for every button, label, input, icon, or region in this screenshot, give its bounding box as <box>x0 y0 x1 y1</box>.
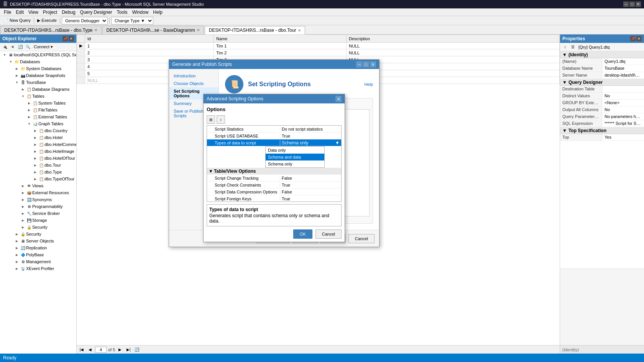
tab-3-close[interactable]: ✕ <box>298 28 301 33</box>
tab-2[interactable]: DESKTOP-ITDASH9\...se - BaseDiagramm ✕ <box>102 26 204 34</box>
tree-item-snapshots[interactable]: ▶ 📷 Database Snapshots <box>0 72 76 79</box>
menu-view[interactable]: View <box>26 9 41 16</box>
nav-introduction[interactable]: Introduction <box>169 72 219 80</box>
nav-choose-objects[interactable]: Choose Objects <box>169 80 219 87</box>
oe-connect-label[interactable]: Connect ▾ <box>32 44 54 49</box>
tree-expand-storage[interactable]: ▶ <box>20 217 26 223</box>
tree-item-graph-tables[interactable]: ▼ 📊 Graph Tables <box>0 120 76 127</box>
adv-row-types[interactable]: Types of data to script Schema only ▼ <box>207 139 341 146</box>
adv-row-statistics[interactable]: Script Statistics Do not script statisti… <box>207 126 341 133</box>
tree-item-programmability[interactable]: ▶ ⚙ Programmability <box>0 203 76 210</box>
prop-section-qd-header[interactable]: ▼ Query Designer <box>560 79 644 86</box>
menu-project[interactable]: Project <box>41 9 59 16</box>
tree-expand-service-broker[interactable]: ▶ <box>20 210 26 216</box>
publish-dialog-close[interactable]: ✕ <box>370 61 376 67</box>
close-btn[interactable]: ✕ <box>636 2 641 7</box>
title-bar-controls[interactable]: ─ □ ✕ <box>623 2 641 7</box>
tree-expand-server-security[interactable]: ▶ <box>14 231 20 237</box>
adv-dropdown-schema-data[interactable]: Schema and data <box>266 154 324 161</box>
tree-item-server-security[interactable]: ▶ 🔒 Security <box>0 231 76 238</box>
tab-2-close[interactable]: ✕ <box>197 28 200 32</box>
adv-row-change-tracking[interactable]: Script Change Tracking False <box>207 175 341 182</box>
tree-expand-db-diagrams[interactable]: ▶ <box>20 86 26 92</box>
prop-sort-btn[interactable]: ↕ <box>562 44 568 51</box>
tree-item-dbo-hotel[interactable]: ▶ 📋 dbo.Hotel <box>0 134 76 141</box>
oe-close-btn[interactable]: ✕ <box>69 36 74 41</box>
tree-expand-external-tables[interactable]: ▶ <box>26 114 32 120</box>
publish-cancel-btn[interactable]: Cancel <box>348 234 375 243</box>
nav-next-btn[interactable]: ▶ <box>117 346 123 353</box>
prop-section-identity-header[interactable]: ▼ (Identity) <box>560 51 644 58</box>
adv-row-check-constraints[interactable]: Script Check Constraints True <box>207 182 341 188</box>
nav-refresh-btn[interactable]: 🔄 <box>133 346 140 353</box>
prop-pin-btn[interactable]: 📌 <box>630 36 636 41</box>
adv-section-expand[interactable]: ▼ <box>209 169 213 174</box>
tree-expand-dbo-country[interactable]: ▶ <box>32 128 38 134</box>
adv-row-data-compression[interactable]: Script Data Compression Options False <box>207 188 341 195</box>
adv-options-grid[interactable]: Script Statistics Do not script statisti… <box>207 125 342 202</box>
tree-expand-dbo-hoteloftour[interactable]: ▶ <box>32 155 38 161</box>
adv-col-types-value[interactable]: Schema only ▼ <box>280 140 341 146</box>
publish-dialog-maximize[interactable]: □ <box>363 61 369 67</box>
tree-item-filetables[interactable]: ▶ 📋 FileTables <box>0 106 76 113</box>
prop-section-top-header[interactable]: ▼ Top Specification <box>560 127 644 134</box>
adv-ok-btn[interactable]: OK <box>293 229 312 239</box>
tree-item-system-tables[interactable]: ▶ 📋 System Tables <box>0 100 76 106</box>
tree-expand-dbo-tour[interactable]: ▶ <box>32 162 38 168</box>
tree-expand-dbo-hotel[interactable]: ▶ <box>32 134 38 141</box>
tree-item-security[interactable]: ▶ 🔒 Security <box>0 224 76 231</box>
tree-expand-dbo-type[interactable]: ▶ <box>32 169 38 175</box>
menu-debug[interactable]: Debug <box>59 9 77 16</box>
tree-item-replication[interactable]: ▶ 🔄 Replication <box>0 244 76 251</box>
tree-expand-graph-tables[interactable]: ▼ <box>26 121 32 127</box>
tree-expand-server-objects[interactable]: ▶ <box>14 238 20 244</box>
adv-toolbar-btn1[interactable]: ⊞ <box>207 115 215 124</box>
oe-disconnect-btn[interactable]: ✕ <box>9 44 16 51</box>
publish-dialog-minimize[interactable]: ─ <box>356 61 362 67</box>
tree-item-views[interactable]: ▶ 👁 Views <box>0 182 76 189</box>
adv-dialog-close[interactable]: ✕ <box>335 96 342 102</box>
adv-dropdown-schema-only[interactable]: Schema only <box>266 161 324 167</box>
tree-item-management[interactable]: ▶ ⚙ Management <box>0 258 76 265</box>
nav-page-input[interactable] <box>95 347 107 353</box>
oe-refresh-btn[interactable]: 🔄 <box>17 44 24 51</box>
tree-expand-dbo-hotelimage[interactable]: ▶ <box>32 148 38 154</box>
nav-last-btn[interactable]: ▶| <box>125 346 132 353</box>
table-row[interactable]: 2Tim 2NULL <box>77 49 560 56</box>
tree-expand-snapshots[interactable]: ▶ <box>14 72 20 79</box>
tree-item-storage[interactable]: ▶ 💾 Storage <box>0 217 76 224</box>
tree-item-server-objects[interactable]: ▶ 🖥 Server Objects <box>0 238 76 244</box>
execute-btn[interactable]: ▶ Execute <box>36 16 58 25</box>
menu-edit[interactable]: Edit <box>13 9 26 16</box>
oe-header-controls[interactable]: 📌 ✕ <box>62 36 74 41</box>
tree-expand-dbo-hotelcomment[interactable]: ▶ <box>32 141 38 147</box>
tree-expand-dbo-typeoftour[interactable]: ▶ <box>32 176 38 182</box>
tree-item-toursbase[interactable]: ▼ 🗄 ToursBase <box>0 79 76 86</box>
adv-dropdown-data-only[interactable]: Data only <box>266 147 324 154</box>
tree-expand-connection[interactable]: ▼ <box>2 52 8 58</box>
tree-item-dbo-typeoftour[interactable]: ▶ 📋 dbo.TypeOfTour <box>0 175 76 182</box>
publish-dialog-controls[interactable]: ─ □ ✕ <box>356 61 376 67</box>
col-header-name[interactable]: Name <box>214 35 347 43</box>
tree-expand-polybase[interactable]: ▶ <box>14 252 20 258</box>
tree-item-databases[interactable]: ▼ 📁 Databases <box>0 58 76 65</box>
menu-help[interactable]: Help <box>151 9 165 16</box>
tab-1[interactable]: DESKTOP-ITDASH9\S...rsBase - dbo.Type ✕ <box>0 26 102 34</box>
tree-expand-security[interactable]: ▶ <box>20 224 26 230</box>
nav-first-btn[interactable]: |◀ <box>78 346 85 353</box>
oe-connect-btn[interactable]: 🔌 <box>2 44 8 51</box>
menu-window[interactable]: Window <box>130 9 151 16</box>
debugger-combo[interactable]: Generic Debugger <box>62 17 108 25</box>
prop-group-btn[interactable]: ☰ <box>569 44 576 51</box>
tree-item-connection[interactable]: ▼ 🖥 localhost\SQLEXPRESS (SQL Server 14.… <box>0 51 76 58</box>
tree-item-dbo-hotelcomment[interactable]: ▶ 📋 dbo.HotelComment <box>0 141 76 148</box>
tree-expand-tables[interactable]: ▼ <box>20 93 26 99</box>
minimize-btn[interactable]: ─ <box>623 2 629 7</box>
tree-item-external-resources[interactable]: ▶ 📦 External Resources <box>0 189 76 196</box>
col-header-description[interactable]: Description <box>347 35 560 43</box>
tree-item-dbo-hoteloftour[interactable]: ▶ 📋 dbo.HotelOfTour <box>0 155 76 162</box>
tree-expand-filetables[interactable]: ▶ <box>26 107 32 113</box>
oe-pin-btn[interactable]: 📌 <box>62 36 68 41</box>
tree-item-dbo-hotelimage[interactable]: ▶ 📋 dbo.HotelImage <box>0 148 76 155</box>
menu-file[interactable]: File <box>2 9 13 16</box>
